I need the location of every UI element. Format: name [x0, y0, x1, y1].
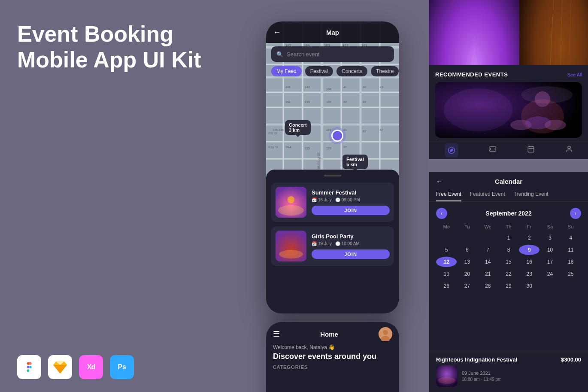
cal-date-29[interactable]: 29: [498, 281, 519, 291]
map-back-button[interactable]: ←: [273, 28, 281, 37]
svg-point-57: [288, 196, 294, 203]
calendar-event-image: [436, 365, 458, 387]
summer-festival-join-button[interactable]: JOIN: [312, 206, 390, 215]
map-visual: Canning St Station St Pitt St Kay St 185…: [266, 21, 399, 185]
svg-point-86: [438, 377, 455, 384]
cal-date-6[interactable]: 6: [457, 245, 477, 255]
calendar-title: Calendar: [495, 178, 522, 185]
cal-date-20[interactable]: 20: [457, 269, 477, 279]
cal-date-26[interactable]: 26: [436, 281, 457, 291]
calendar-event-name: Righteous Indignation Festival: [436, 356, 517, 363]
cal-date-3[interactable]: 3: [540, 233, 560, 243]
day-th: Th: [498, 224, 519, 229]
tab-free-event[interactable]: Free Event: [436, 191, 461, 201]
calendar-prev-button[interactable]: ‹: [436, 208, 447, 219]
calendar-back-button[interactable]: ←: [436, 178, 443, 185]
svg-text:22: 22: [343, 146, 347, 149]
map-search-bar[interactable]: 🔍 Search event: [271, 46, 394, 62]
cal-date-14[interactable]: 14: [478, 257, 498, 267]
map-search-placeholder: Search event: [287, 51, 320, 58]
filter-festival[interactable]: Festival: [305, 66, 333, 76]
user-avatar[interactable]: [379, 327, 392, 341]
svg-text:21: 21: [343, 128, 347, 131]
pool-party-join-button[interactable]: JOIN: [312, 249, 390, 259]
nav-user[interactable]: [565, 145, 573, 155]
svg-point-77: [444, 88, 512, 131]
cal-date-30[interactable]: 30: [519, 281, 540, 291]
cal-date-7[interactable]: 7: [478, 245, 498, 255]
cal-date-27[interactable]: 27: [457, 281, 477, 291]
svg-text:67: 67: [380, 128, 383, 131]
cal-date-4[interactable]: 4: [561, 233, 581, 243]
tab-trending-event[interactable]: Trending Event: [514, 191, 549, 201]
calendar-dates: 1 2 3 4 5 6 7 8 9 10 11 12 13 14 15 16 1…: [436, 233, 581, 291]
cal-date-17[interactable]: 17: [540, 257, 560, 267]
pool-party-thumb: [276, 231, 306, 261]
filter-myfeed[interactable]: My Feed: [271, 66, 302, 76]
svg-point-75: [545, 120, 566, 130]
svg-text:129-133: 129-133: [273, 128, 284, 131]
svg-point-88: [383, 330, 388, 335]
cal-date-19[interactable]: 19: [436, 269, 457, 279]
nav-ticket[interactable]: [489, 145, 497, 155]
cal-date-10[interactable]: 10: [540, 245, 560, 255]
cal-date-12[interactable]: 12: [436, 257, 457, 267]
home-welcome-text: Welcome back, Natalya 👋: [266, 344, 399, 350]
summer-festival-info: Summer Festival 📅 16 July 🕐 09:00 PM JOI…: [312, 189, 390, 215]
svg-text:164: 164: [285, 100, 291, 103]
cal-date-22[interactable]: 22: [498, 269, 519, 279]
cal-date-21[interactable]: 21: [478, 269, 498, 279]
calendar-event-detail: 09 June 2021 10:00 am - 11:45 pm: [436, 365, 581, 387]
svg-text:22: 22: [363, 130, 366, 133]
cal-date-28[interactable]: 28: [478, 281, 498, 291]
calendar-event-date: 09 June 2021: [462, 371, 501, 376]
home-discover-text: Discover events around you: [266, 352, 399, 361]
home-screen-title: Home: [320, 331, 338, 338]
cal-date-13[interactable]: 13: [457, 257, 477, 267]
xd-icon: Xd: [79, 355, 103, 379]
summer-festival-name: Summer Festival: [312, 189, 390, 196]
svg-marker-79: [450, 149, 452, 151]
calendar-tabs: Free Event Featured Event Trending Event: [429, 191, 588, 202]
cal-date-9[interactable]: 9: [519, 245, 540, 255]
day-mo: Mo: [436, 224, 457, 229]
see-all-button[interactable]: See All: [567, 72, 582, 77]
summer-festival-card[interactable]: Summer Festival 📅 16 July 🕐 09:00 PM JOI…: [271, 182, 394, 222]
cal-date-5[interactable]: 5: [436, 245, 457, 255]
calendar-month-nav: ‹ September 2022 ›: [429, 208, 588, 219]
home-header: ☰ Home: [266, 322, 399, 344]
tab-featured-event[interactable]: Featured Event: [470, 191, 505, 201]
cal-date-2[interactable]: 2: [519, 233, 540, 243]
calendar-event-price: $300.00: [561, 356, 581, 363]
cal-date-15[interactable]: 15: [498, 257, 519, 267]
day-fr: Fr: [519, 224, 540, 229]
calendar-header: ← Calendar: [429, 172, 588, 191]
phone-map: Canning St Station St Pitt St Kay St 185…: [266, 21, 399, 313]
sheet-handle: [324, 175, 341, 176]
cal-date-25[interactable]: 25: [561, 269, 581, 279]
svg-text:130: 130: [326, 100, 331, 103]
cal-date-23[interactable]: 23: [519, 269, 540, 279]
hero-section: Event Booking Mobile App UI Kit: [17, 21, 232, 82]
svg-text:23: 23: [380, 85, 383, 88]
filter-concerts[interactable]: Concerts: [336, 66, 367, 76]
cal-date-16[interactable]: 16: [519, 257, 540, 267]
svg-text:143: 143: [305, 85, 310, 88]
day-su: Su: [561, 224, 581, 229]
cal-date-18[interactable]: 18: [561, 257, 581, 267]
calendar-event-preview: Righteous Indignation Festival $300.00: [429, 351, 588, 392]
svg-text:136: 136: [326, 88, 331, 91]
summer-festival-date: 📅 16 July: [312, 198, 332, 202]
pool-party-card[interactable]: Girls Pool Party 📅 19 July 🕐 10:00 AM JO…: [271, 226, 394, 266]
cal-date-24[interactable]: 24: [540, 269, 560, 279]
cal-date-1[interactable]: 1: [498, 233, 519, 243]
filter-theatre[interactable]: Theatre: [371, 66, 399, 76]
calendar-next-button[interactable]: ›: [570, 208, 581, 219]
hamburger-icon[interactable]: ☰: [273, 329, 280, 339]
svg-text:133: 133: [305, 100, 310, 103]
cal-date-11[interactable]: 11: [561, 245, 581, 255]
calendar-event-meta: 09 June 2021 10:00 am - 11:45 pm: [462, 365, 501, 387]
nav-calendar[interactable]: [527, 145, 535, 155]
nav-compass[interactable]: [445, 143, 458, 157]
cal-date-8[interactable]: 8: [498, 245, 519, 255]
